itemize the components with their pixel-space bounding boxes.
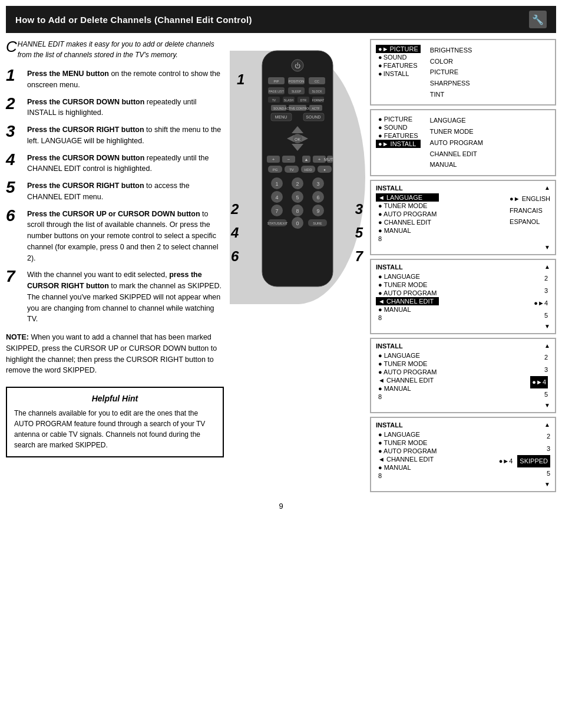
intro-text: C HANNEL EDIT makes it easy for you to a…	[6, 39, 224, 60]
p3-install-label: INSTALL	[376, 185, 403, 192]
p2-install: ●► INSTALL	[376, 140, 421, 148]
p4-manual: ● MANUAL	[376, 305, 439, 314]
svg-text:9: 9	[316, 208, 319, 214]
p4-num2: 2	[534, 272, 548, 285]
step-3-number: 3	[6, 123, 22, 140]
step-7-number: 7	[6, 268, 22, 285]
note-label: NOTE:	[6, 333, 29, 341]
step-5-number: 5	[6, 179, 22, 196]
svg-text:SURE: SURE	[313, 222, 322, 225]
p4-down-arrow: ▼	[376, 323, 550, 330]
p5-header-row: INSTALL ▲	[376, 342, 550, 350]
svg-text:MUTE: MUTE	[324, 157, 336, 162]
left-column: C HANNEL EDIT makes it easy for you to a…	[6, 39, 224, 492]
p3-language: ◄ LANGUAGE	[376, 193, 439, 202]
page-header: How to Add or Delete Channels (Channel E…	[6, 6, 556, 33]
step-6-text: Press the CURSOR UP or CURSOR DOWN butto…	[27, 209, 224, 264]
p5-language: ● LANGUAGE	[376, 351, 439, 360]
drop-cap: C	[6, 39, 17, 54]
remote-control: ⏻ PIP POSITION CC PAGE LIST SLEEP	[250, 45, 345, 294]
p3-espanol: ESPANOL	[510, 216, 550, 228]
note-section: NOTE: When you want to add a channel tha…	[6, 332, 224, 376]
p2r-tuner: TUNER MODE	[430, 126, 483, 137]
step-6-number: 6	[6, 207, 22, 224]
p4-num3: 3	[534, 285, 548, 297]
p4-auto: ● AUTO PROGRAM	[376, 289, 439, 297]
svg-text:3: 3	[316, 181, 319, 187]
helpful-hint-box: Helpful Hint The channels available for …	[6, 387, 224, 457]
tv-remote-area: 1 2 4 6 3 5 7 ⏻ PIP	[230, 39, 556, 492]
svg-text:6: 6	[316, 195, 319, 200]
step-label-2: 2	[231, 201, 239, 218]
step-1-text: Press the MENU button on the remote cont…	[27, 68, 224, 91]
p5-num5: 5	[530, 388, 548, 401]
page-title: How to Add or Delete Channels (Channel E…	[15, 15, 252, 25]
p2r-language: LANGUAGE	[430, 115, 483, 126]
p4-num4: ●►4	[534, 297, 548, 309]
p1r-brightness: BRIGHTNESS	[430, 45, 472, 56]
step-3: 3 Press the CURSOR RIGHT button to shift…	[6, 124, 224, 147]
p6-manual: ● MANUAL	[376, 463, 439, 472]
step-4: 4 Press the CURSOR DOWN button repeatedl…	[6, 153, 224, 175]
skipped-label: SKIPPED	[517, 455, 550, 467]
p6-num2: 2	[499, 430, 550, 443]
svg-text:OK: OK	[295, 137, 300, 141]
p6-tuner: ● TUNER MODE	[376, 439, 439, 447]
p5-left: ● LANGUAGE ● TUNER MODE ● AUTO PROGRAM ◄…	[376, 351, 439, 401]
p6-down-arrow: ▼	[376, 481, 550, 487]
svg-text:TV: TV	[272, 98, 276, 102]
step-2-number: 2	[6, 95, 22, 112]
p5-body: ● LANGUAGE ● TUNER MODE ● AUTO PROGRAM ◄…	[376, 351, 550, 401]
p3-8: 8	[376, 235, 439, 243]
p2r-manual: MANUAL	[430, 159, 483, 170]
p5-install-label: INSTALL	[376, 342, 403, 350]
p4-header-row: INSTALL ▲	[376, 263, 550, 271]
svg-text:PIP: PIP	[274, 80, 279, 83]
step-4-text: Press the CURSOR DOWN button repeatedly …	[27, 153, 224, 175]
svg-text:ACTF: ACTF	[312, 107, 319, 110]
step-1-bold: Press the MENU button	[27, 70, 109, 78]
panel-menu-item-picture: ●►PICTURE	[376, 45, 421, 53]
svg-text:PAGE LIST: PAGE LIST	[269, 90, 283, 93]
svg-text:SLASH: SLASH	[284, 98, 294, 102]
p6-right: 2 3 ●►4 SKIPPED 5	[499, 430, 550, 480]
p2-picture: ● PICTURE	[376, 115, 421, 123]
svg-text:7: 7	[275, 208, 278, 214]
step-3-text: Press the CURSOR RIGHT button to shift t…	[27, 124, 224, 147]
p1r-tint: TINT	[430, 89, 472, 100]
p5-num2: 2	[530, 351, 548, 364]
p5-num4-highlight: ●►4	[530, 376, 548, 388]
p3-down-arrow: ▼	[376, 244, 550, 251]
svg-text:STATUS/EXIT: STATUS/EXIT	[267, 222, 288, 225]
p4-tuner: ● TUNER MODE	[376, 281, 439, 289]
svg-text:⏻: ⏻	[295, 62, 300, 69]
panel-3: INSTALL ▲ ◄ LANGUAGE ● TUNER MODE ● AUTO…	[370, 180, 556, 255]
panel-2-left: ● PICTURE ● SOUND ● FEATURES ●► INSTALL	[376, 115, 421, 170]
step-label-1: 1	[237, 71, 244, 88]
p4-language: ● LANGUAGE	[376, 272, 439, 281]
p5-channel: ◄ CHANNEL EDIT	[376, 376, 439, 384]
step-5-text: Press the CURSOR RIGHT button to access …	[27, 180, 224, 203]
svg-text:●: ●	[323, 168, 326, 172]
svg-text:2: 2	[296, 181, 299, 187]
p6-num3: 3	[499, 443, 550, 455]
panel-menu-item-install: ●INSTALL	[376, 70, 421, 78]
p3-tuner: ● TUNER MODE	[376, 202, 439, 210]
svg-text:+: +	[272, 157, 275, 162]
svg-text:DTR: DTR	[300, 98, 307, 102]
panel-menu-item-sound: ●SOUND	[376, 53, 421, 61]
panel-menu-item-features: ●FEATURES	[376, 61, 421, 70]
p5-up-arrow: ▲	[544, 342, 550, 350]
p6-num5: 5	[499, 467, 550, 480]
svg-text:PG: PG	[273, 168, 278, 172]
p3-header-row: INSTALL ▲	[376, 185, 550, 192]
step-label-4: 4	[231, 225, 239, 241]
p3-auto: ● AUTO PROGRAM	[376, 210, 439, 218]
svg-text:ACTIVE CONTROL: ACTIVE CONTROL	[285, 107, 310, 110]
step-7-text: With the channel you want to edit select…	[27, 269, 224, 325]
svg-text:1: 1	[275, 181, 278, 187]
svg-text:0: 0	[296, 220, 299, 226]
header-icon: 🔧	[529, 11, 547, 28]
note-text: When you want to add a channel that has …	[6, 333, 217, 374]
tv-panels-column: ●►PICTURE ●SOUND ●FEATURES ●INSTALL	[370, 39, 556, 492]
